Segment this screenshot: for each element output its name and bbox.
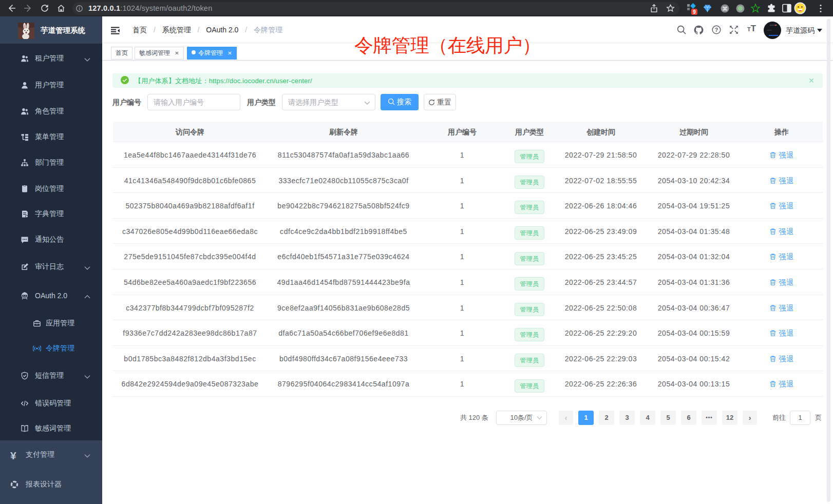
- svg-text:9: 9: [693, 9, 696, 15]
- svg-text:⌘: ⌘: [722, 6, 728, 12]
- svg-text:?: ?: [715, 27, 718, 33]
